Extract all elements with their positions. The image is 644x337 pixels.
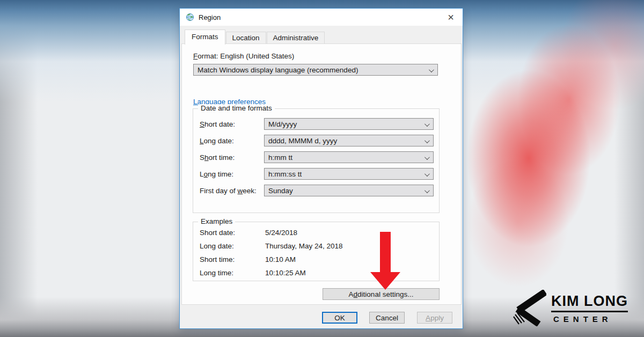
group-title: Examples bbox=[198, 217, 235, 225]
logo-line1: KIM LONG bbox=[551, 293, 628, 312]
example-long-date-label: Long date: bbox=[200, 242, 234, 250]
group-title: Date and time formats bbox=[198, 104, 275, 112]
chevron-down-icon bbox=[425, 188, 430, 193]
long-time-value: h:mm:ss tt bbox=[268, 170, 302, 178]
tab-location[interactable]: Location bbox=[226, 32, 266, 45]
red-arrow-annotation bbox=[368, 230, 403, 291]
short-date-combobox[interactable]: M/d/yyyy bbox=[264, 118, 434, 130]
first-day-value: Sunday bbox=[268, 187, 293, 195]
example-long-date-value: Thursday, May 24, 2018 bbox=[265, 242, 343, 250]
blurred-backdrop: Region × Formats Location Administrative… bbox=[0, 0, 644, 337]
short-time-label: Short time: bbox=[200, 153, 235, 162]
tab-formats[interactable]: Formats bbox=[185, 30, 225, 45]
kimlong-chevron-icon bbox=[513, 290, 546, 326]
chevron-down-icon bbox=[425, 138, 430, 143]
region-globe-icon bbox=[186, 13, 194, 21]
title-bar: Region bbox=[180, 9, 463, 26]
ok-button[interactable]: OK bbox=[322, 312, 357, 324]
chevron-down-icon bbox=[425, 121, 430, 127]
apply-button-disabled: Apply bbox=[417, 312, 452, 324]
window-title: Region bbox=[199, 13, 221, 21]
short-time-combobox[interactable]: h:mm tt bbox=[264, 151, 434, 163]
example-short-date-value: 5/24/2018 bbox=[265, 229, 297, 237]
example-short-time-value: 10:10 AM bbox=[265, 255, 296, 263]
long-date-label: Long date: bbox=[200, 137, 234, 145]
chevron-down-icon bbox=[429, 67, 434, 72]
long-date-combobox[interactable]: dddd, MMMM d, yyyy bbox=[264, 135, 434, 146]
display-language-value: Match Windows display language (recommen… bbox=[197, 66, 358, 74]
tab-strip: Formats Location Administrative bbox=[185, 31, 325, 45]
tab-administrative[interactable]: Administrative bbox=[267, 32, 325, 45]
short-time-value: h:mm tt bbox=[268, 153, 292, 162]
close-icon: × bbox=[448, 12, 454, 23]
example-long-time-label: Long time: bbox=[200, 269, 233, 277]
long-time-combobox[interactable]: h:mm:ss tt bbox=[264, 168, 434, 180]
first-day-label: First day of week: bbox=[200, 187, 257, 195]
example-short-time-label: Short time: bbox=[200, 255, 235, 263]
long-time-label: Long time: bbox=[200, 170, 233, 178]
short-date-label: Short date: bbox=[200, 120, 235, 128]
chevron-down-icon bbox=[425, 171, 430, 177]
example-short-date-label: Short date: bbox=[200, 229, 235, 237]
red-arrow-icon bbox=[370, 232, 400, 290]
formats-tab-page: Format: English (United States) Match Wi… bbox=[181, 43, 462, 305]
close-button[interactable]: × bbox=[442, 10, 459, 24]
long-date-value: dddd, MMMM d, yyyy bbox=[268, 137, 337, 145]
cancel-button[interactable]: Cancel bbox=[369, 312, 405, 324]
region-dialog: Region × Formats Location Administrative… bbox=[179, 8, 463, 329]
kim-long-center-logo: KIM LONG CENTER bbox=[513, 290, 628, 326]
display-language-combobox[interactable]: Match Windows display language (recommen… bbox=[193, 64, 438, 76]
logo-line2: CENTER bbox=[551, 314, 628, 324]
format-label: Format: English (United States) bbox=[193, 52, 294, 60]
chevron-down-icon bbox=[425, 155, 430, 160]
date-time-formats-group: Date and time formats Short date: M/d/yy… bbox=[193, 108, 440, 213]
first-day-combobox[interactable]: Sunday bbox=[264, 185, 434, 196]
example-long-time-value: 10:10:25 AM bbox=[265, 269, 306, 277]
short-date-value: M/d/yyyy bbox=[268, 120, 297, 128]
